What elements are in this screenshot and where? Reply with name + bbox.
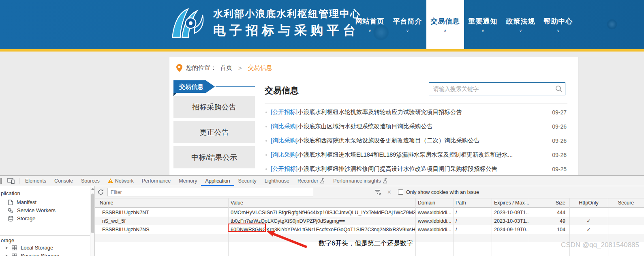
column-header-name[interactable]: Name xyxy=(95,200,228,206)
column-divider[interactable] xyxy=(453,198,454,256)
announcement-tag[interactable]: [询比采购] xyxy=(271,151,297,159)
nav-item-help[interactable]: 帮助中心 xyxy=(539,0,577,49)
tab-lighthouse[interactable]: Lighthouse xyxy=(261,176,293,186)
column-divider[interactable] xyxy=(492,198,492,256)
annotation-arrow-icon xyxy=(243,225,324,256)
table-row[interactable]: FSSBBIl1UgzbN7NS 60DNWR8GNGKrn3KiYoYPAkL… xyxy=(95,225,644,234)
tab-elements[interactable]: Elements xyxy=(21,176,50,186)
column-header-value[interactable]: Value xyxy=(228,200,415,206)
platform-name: 电子招标与采购平台 xyxy=(213,22,361,39)
tab-security[interactable]: Security xyxy=(234,176,261,186)
cookie-value[interactable]: 0MOmHyVI.CSISn7LBfgrRgfgNfH644Ixp10lSJCJ… xyxy=(228,210,415,215)
sidebar-item-label: Local Storage xyxy=(21,245,53,251)
column-header-httponly[interactable]: HttpOnly xyxy=(569,200,608,206)
nav-item-home[interactable]: 网站首页 xyxy=(351,0,389,49)
list-item[interactable]: [公开招标] 小浪底水利枢纽排沙洞检修闸门提高设计水位改造项目闸门采购标段招标公… xyxy=(265,162,567,175)
cookie-path[interactable]: / xyxy=(453,210,492,215)
sidebar-item-session-storage[interactable]: Session Storage xyxy=(11,253,59,256)
announcement-tag[interactable]: [询比采购] xyxy=(271,123,297,130)
sidebar-item-local-storage[interactable]: Local Storage xyxy=(11,245,53,251)
sidebar-item-award-results[interactable]: 中标/结果公示 xyxy=(173,146,255,168)
sidebar-item-service-workers[interactable]: Service Workers xyxy=(7,207,56,213)
list-item[interactable]: [询比采购] 小浪底东山区域污水处理系统改造项目询比采购公告 09-26 xyxy=(265,119,567,133)
tab-network[interactable]: Network xyxy=(104,176,138,186)
table-row[interactable]: FSSBBIl1UgzbN7NT 0MOmHyVI.CSISn7LBfgrRgf… xyxy=(95,208,644,217)
cookie-name[interactable]: FSSBBIl1UgzbN7NS xyxy=(95,227,228,232)
announcement-title[interactable]: 小浪底和西霞院供水泵站设施设备更新改造项目（二次）询比采购公告 xyxy=(297,137,480,144)
nav-item-platform-intro[interactable]: 平台简介 xyxy=(389,0,426,49)
scrollbar-up-icon[interactable] xyxy=(91,188,94,190)
announcement-tag[interactable]: [询比采购] xyxy=(271,137,297,144)
announcement-tag[interactable]: [公开招标] xyxy=(271,108,297,116)
sidebar-item-storage[interactable]: Storage xyxy=(8,215,36,222)
refresh-button[interactable] xyxy=(98,189,104,195)
only-issue-checkbox[interactable] xyxy=(398,189,403,195)
list-item[interactable]: [询比采购] 小浪底水利枢纽进水塔EL184和EL189渗漏排水泵房水泵及控制柜… xyxy=(265,148,567,162)
tab-recorder[interactable]: Recorder xyxy=(293,176,329,186)
cookie-size[interactable]: 49 xyxy=(529,218,569,224)
column-header-domain[interactable]: Domain xyxy=(415,200,453,206)
announcement-title[interactable]: 小浪底水利枢纽进水塔EL184和EL189渗漏排水泵房水泵及控制柜更新改造和进水… xyxy=(297,151,513,159)
announcement-title[interactable]: 小浪底水利枢纽水轮机效率及转轮动应力试验研究项目招标公告 xyxy=(297,108,462,116)
sidebar-item-bidding-announcements[interactable]: 招标采购公告 xyxy=(173,96,255,118)
sidebar-item-correction-announcements[interactable]: 更正公告 xyxy=(173,121,255,143)
cookie-expires[interactable]: 2023-10-09T1... xyxy=(492,210,529,215)
tab-label: Recorder xyxy=(297,178,318,184)
nav-item-important-notice[interactable]: 重要通知 xyxy=(464,0,502,49)
cookie-expires[interactable]: 2023-10-03T1... xyxy=(492,218,529,224)
announcement-tag[interactable]: [公开招标] xyxy=(271,165,297,173)
sidebar-scrollbar[interactable] xyxy=(90,186,94,256)
clear-filter-button[interactable] xyxy=(375,189,381,195)
tab-console[interactable]: Console xyxy=(50,176,77,186)
tab-performance[interactable]: Performance xyxy=(138,176,175,186)
expand-arrow-icon[interactable] xyxy=(6,254,8,256)
cookie-filter-input[interactable] xyxy=(107,188,313,196)
tab-sources[interactable]: Sources xyxy=(77,176,104,186)
announcement-title[interactable]: 小浪底水利枢纽排沙洞检修闸门提高设计水位改造项目闸门采购标段招标公告 xyxy=(297,165,497,173)
cookie-name[interactable]: nS_wcl_5f xyxy=(95,218,228,224)
device-toolbar-button[interactable] xyxy=(4,176,17,186)
cookie-httponly[interactable]: ✓ xyxy=(569,226,608,232)
scrollbar-thumb[interactable] xyxy=(91,194,94,233)
cookie-domain[interactable]: www.xldbiddi... xyxy=(415,210,453,215)
flask-icon xyxy=(383,178,388,183)
tab-application[interactable]: Application xyxy=(201,176,234,186)
column-header-expires[interactable]: Expires / Max-... xyxy=(492,200,529,206)
cookie-path[interactable]: / xyxy=(453,218,492,224)
list-item[interactable]: [公开招标] 小浪底水利枢纽水轮机效率及转轮动应力试验研究项目招标公告 09-2… xyxy=(265,105,567,119)
search-button[interactable] xyxy=(553,85,565,93)
chevron-down-icon xyxy=(557,29,560,32)
cookie-name[interactable]: FSSBBIl1UgzbN7NT xyxy=(95,210,228,215)
column-header-size[interactable]: Size xyxy=(529,200,569,206)
cookie-expires[interactable]: 2024-09-19T0... xyxy=(492,227,529,232)
cookie-size[interactable]: 444 xyxy=(529,210,569,215)
announcement-date: 09-26 xyxy=(552,138,567,144)
sidebar-item-manifest[interactable]: Manifest xyxy=(8,199,36,205)
column-header-path[interactable]: Path xyxy=(453,200,492,206)
cookie-size[interactable]: 104 xyxy=(529,227,569,232)
nav-item-trade-info[interactable]: 交易信息 xyxy=(426,0,464,49)
sidebar-header-line xyxy=(216,86,255,87)
announcement-title[interactable]: 小浪底东山区域污水处理系统改造项目询比采购公告 xyxy=(297,123,433,130)
cookie-value[interactable]: tb0zFn7arWzQoLXGytgXtS0jnDVPZPj0dSagmg== xyxy=(228,218,415,224)
cookie-path[interactable]: / xyxy=(453,227,492,232)
list-item[interactable]: [询比采购] 小浪底和西霞院供水泵站设施设备更新改造项目（二次）询比采购公告 0… xyxy=(265,133,567,148)
column-divider[interactable] xyxy=(529,198,529,256)
tab-performance-insights[interactable]: Performance insights xyxy=(329,176,392,186)
refresh-icon xyxy=(98,189,104,195)
expand-arrow-icon[interactable] xyxy=(6,246,8,250)
column-header-secure[interactable]: Secure xyxy=(608,200,644,206)
breadcrumb-home-link[interactable]: 首页 xyxy=(220,64,232,72)
database-icon xyxy=(8,216,13,222)
tab-memory[interactable]: Memory xyxy=(175,176,201,186)
column-divider[interactable] xyxy=(415,198,416,256)
table-row[interactable]: nS_wcl_5f tb0zFn7arWzQoLXGytgXtS0jnDVPZP… xyxy=(95,217,644,225)
cookies-toolbar: ✕ Only show cookies with an issue xyxy=(95,186,644,198)
cookie-httponly[interactable]: ✓ xyxy=(569,218,608,224)
only-issue-label[interactable]: Only show cookies with an issue xyxy=(406,189,479,195)
site-header: 水利部小浪底水利枢纽管理中心 电子招标与采购平台 网站首页 平台简介 交易信息 … xyxy=(0,0,644,49)
search-input[interactable] xyxy=(429,83,553,95)
cookie-domain[interactable]: www.xldbiddi... xyxy=(415,227,453,232)
cookie-domain[interactable]: www.xldbiddi... xyxy=(415,218,453,224)
nav-item-policy[interactable]: 政策法规 xyxy=(502,0,539,49)
